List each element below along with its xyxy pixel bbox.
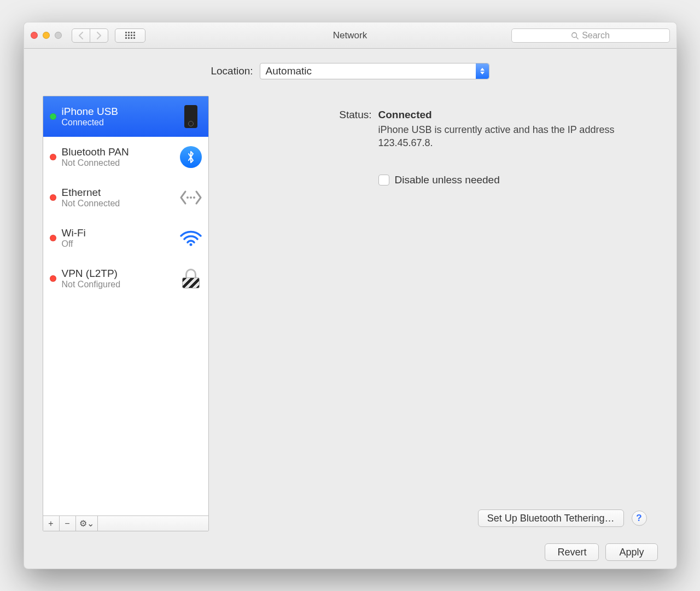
service-ethernet[interactable]: Ethernet Not Connected [43,177,208,218]
service-name: Wi-Fi [62,227,173,239]
wifi-icon [179,226,203,250]
ethernet-icon [179,186,203,210]
search-placeholder: Search [582,31,610,40]
search-icon [571,32,579,39]
bottom-buttons: Revert Apply [43,543,658,561]
location-select[interactable]: Automatic [260,63,489,79]
status-dot-icon [50,154,56,160]
add-service-button[interactable]: + [43,516,60,531]
apps-grid-icon [125,32,135,39]
status-dot-icon [50,275,56,282]
remove-service-button[interactable]: − [60,516,76,531]
svg-point-3 [190,196,192,199]
titlebar: Network Search [24,22,676,49]
status-description: iPhone USB is currently active and has t… [378,123,630,150]
minimize-button[interactable] [43,32,50,39]
sidebar-toolbar: + − ⚙︎⌄ [43,515,208,531]
service-name: Bluetooth PAN [62,146,173,158]
svg-point-5 [189,244,192,246]
service-name: Ethernet [62,187,173,199]
location-label: Location: [211,65,253,77]
window-title: Network [333,30,367,41]
service-iphone-usb[interactable]: iPhone USB Connected [43,96,208,137]
updown-arrows-icon [476,63,489,79]
nav-segment [72,28,108,43]
bluetooth-icon [179,145,203,169]
status-dot-icon [50,113,56,120]
service-status: Not Connected [62,199,173,208]
status-label: Status: [230,109,372,121]
location-row: Location: Automatic [43,63,658,79]
revert-button[interactable]: Revert [545,543,599,561]
service-status: Connected [62,118,173,128]
search-input[interactable]: Search [511,28,670,43]
service-options-button[interactable]: ⚙︎⌄ [76,516,98,531]
disable-unless-needed-row: Disable unless needed [378,174,647,186]
service-name: iPhone USB [62,106,173,118]
service-status: Not Connected [62,158,173,168]
chevron-left-icon [78,32,84,39]
detail-panel: Status: Connected iPhone USB is currentl… [219,96,658,531]
zoom-button[interactable] [55,32,62,39]
service-vpn[interactable]: VPN (L2TP) Not Configured [43,258,208,299]
service-status: Not Configured [62,280,173,289]
service-list: iPhone USB Connected Bluetooth PAN Not C… [43,96,208,515]
service-sidebar: iPhone USB Connected Bluetooth PAN Not C… [43,96,209,531]
service-name: VPN (L2TP) [62,268,173,280]
status-dot-icon [50,235,56,241]
service-status: Off [62,239,173,249]
disable-unless-needed-label: Disable unless needed [395,174,500,186]
iphone-icon [179,105,203,129]
svg-point-2 [186,196,189,199]
close-button[interactable] [31,32,38,39]
back-button[interactable] [72,28,90,43]
apply-button[interactable]: Apply [605,543,657,561]
show-all-button[interactable] [115,28,145,43]
help-button[interactable]: ? [632,511,647,526]
network-preferences-window: Network Search Location: Automatic [24,22,677,569]
location-value: Automatic [266,65,312,77]
status-value: Connected [378,109,432,121]
setup-bluetooth-tethering-button[interactable]: Set Up Bluetooth Tethering… [478,509,624,527]
chevron-right-icon [96,32,102,39]
forward-button[interactable] [90,28,108,43]
svg-point-4 [193,196,195,199]
lock-icon [179,266,203,291]
service-wifi[interactable]: Wi-Fi Off [43,218,208,258]
window-controls [31,32,62,39]
status-dot-icon [50,194,56,201]
disable-unless-needed-checkbox[interactable] [378,175,389,186]
service-bluetooth-pan[interactable]: Bluetooth PAN Not Connected [43,137,208,177]
svg-line-1 [576,37,579,39]
